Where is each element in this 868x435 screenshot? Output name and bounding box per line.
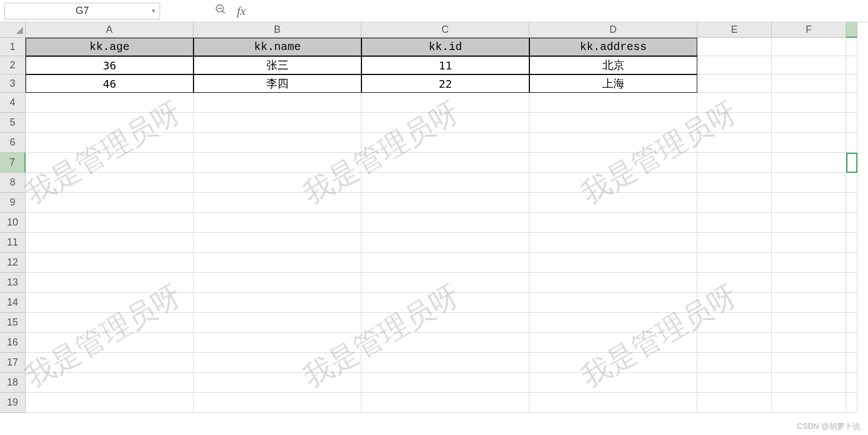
cell-G1[interactable] (846, 38, 857, 56)
cell-C8[interactable] (361, 173, 529, 193)
cell-D1[interactable]: kk.address (529, 38, 697, 56)
row-header-15[interactable]: 15 (0, 313, 26, 333)
cell-B12[interactable] (194, 253, 361, 273)
column-header-D[interactable]: D (529, 22, 697, 38)
cell-B8[interactable] (194, 173, 361, 193)
cell-C18[interactable] (361, 373, 529, 393)
cell-E8[interactable] (697, 173, 772, 193)
row-header-19[interactable]: 19 (0, 393, 26, 413)
cell-E1[interactable] (697, 38, 772, 56)
cell-C10[interactable] (361, 213, 529, 233)
cell-E5[interactable] (697, 113, 772, 133)
cell-B4[interactable] (194, 93, 361, 113)
cell-F10[interactable] (772, 213, 846, 233)
cell-C2[interactable]: 11 (361, 56, 529, 74)
cell-E18[interactable] (697, 373, 772, 393)
row-header-11[interactable]: 11 (0, 233, 26, 253)
cell-E13[interactable] (697, 273, 772, 293)
cell-A9[interactable] (26, 193, 194, 213)
cell-C16[interactable] (361, 333, 529, 353)
cell-D8[interactable] (529, 173, 697, 193)
cell-D15[interactable] (529, 313, 697, 333)
cell-F11[interactable] (772, 233, 846, 253)
spreadsheet-grid[interactable]: ◢ A B C D E F 1 kk.age kk.name kk.id kk.… (0, 22, 868, 435)
cell-B7[interactable] (194, 153, 361, 173)
row-header-10[interactable]: 10 (0, 213, 26, 233)
cell-B14[interactable] (194, 293, 361, 313)
cell-F4[interactable] (772, 93, 846, 113)
cell-B13[interactable] (194, 273, 361, 293)
cell-D13[interactable] (529, 273, 697, 293)
cell-B3[interactable]: 李四 (194, 74, 361, 93)
column-header-B[interactable]: B (194, 22, 361, 38)
cell-B6[interactable] (194, 133, 361, 153)
cell-C7[interactable] (361, 153, 529, 173)
cell-C5[interactable] (361, 113, 529, 133)
cell-A5[interactable] (26, 113, 194, 133)
cell-G8[interactable] (846, 173, 857, 193)
zoom-out-icon[interactable] (215, 3, 227, 19)
cell-G13[interactable] (846, 273, 857, 293)
cell-F16[interactable] (772, 333, 846, 353)
cell-B9[interactable] (194, 193, 361, 213)
cell-A11[interactable] (26, 233, 194, 253)
cell-F15[interactable] (772, 313, 846, 333)
row-header-1[interactable]: 1 (0, 38, 26, 56)
cell-F13[interactable] (772, 273, 846, 293)
cell-A15[interactable] (26, 313, 194, 333)
cell-E6[interactable] (697, 133, 772, 153)
cell-C12[interactable] (361, 253, 529, 273)
cell-A19[interactable] (26, 393, 194, 413)
cell-C1[interactable]: kk.id (361, 38, 529, 56)
row-header-7[interactable]: 7 (0, 153, 26, 173)
cell-G2[interactable] (846, 56, 857, 74)
cell-C19[interactable] (361, 393, 529, 413)
cell-A14[interactable] (26, 293, 194, 313)
cell-C15[interactable] (361, 313, 529, 333)
cell-B15[interactable] (194, 313, 361, 333)
cell-A17[interactable] (26, 353, 194, 373)
cell-F9[interactable] (772, 193, 846, 213)
column-header-F[interactable]: F (772, 22, 846, 38)
row-header-6[interactable]: 6 (0, 133, 26, 153)
column-header-A[interactable]: A (26, 22, 194, 38)
cell-G15[interactable] (846, 313, 857, 333)
cell-G19[interactable] (846, 393, 857, 413)
select-all-corner[interactable]: ◢ (0, 22, 26, 38)
cell-F17[interactable] (772, 353, 846, 373)
cell-C3[interactable]: 22 (361, 74, 529, 93)
row-header-9[interactable]: 9 (0, 193, 26, 213)
cell-G3[interactable] (846, 74, 857, 93)
cell-E7[interactable] (697, 153, 772, 173)
cell-A1[interactable]: kk.age (26, 38, 194, 56)
cell-G14[interactable] (846, 293, 857, 313)
column-header-E[interactable]: E (697, 22, 772, 38)
cell-C17[interactable] (361, 353, 529, 373)
cell-A3[interactable]: 46 (26, 74, 194, 93)
column-header-C[interactable]: C (361, 22, 529, 38)
row-header-18[interactable]: 18 (0, 373, 26, 393)
cell-D19[interactable] (529, 393, 697, 413)
cell-E3[interactable] (697, 74, 772, 93)
cell-C9[interactable] (361, 193, 529, 213)
cell-F5[interactable] (772, 113, 846, 133)
row-header-13[interactable]: 13 (0, 273, 26, 293)
cell-G7[interactable] (846, 153, 857, 173)
cell-G12[interactable] (846, 253, 857, 273)
cell-F6[interactable] (772, 133, 846, 153)
cell-A4[interactable] (26, 93, 194, 113)
row-header-8[interactable]: 8 (0, 173, 26, 193)
cell-F7[interactable] (772, 153, 846, 173)
cell-F3[interactable] (772, 74, 846, 93)
cell-A8[interactable] (26, 173, 194, 193)
cell-G5[interactable] (846, 113, 857, 133)
cell-B16[interactable] (194, 333, 361, 353)
cell-G16[interactable] (846, 333, 857, 353)
fx-icon[interactable]: fx (237, 4, 246, 18)
cell-E10[interactable] (697, 213, 772, 233)
cell-C4[interactable] (361, 93, 529, 113)
cell-C6[interactable] (361, 133, 529, 153)
cell-E12[interactable] (697, 253, 772, 273)
row-header-17[interactable]: 17 (0, 353, 26, 373)
cell-A7[interactable] (26, 153, 194, 173)
